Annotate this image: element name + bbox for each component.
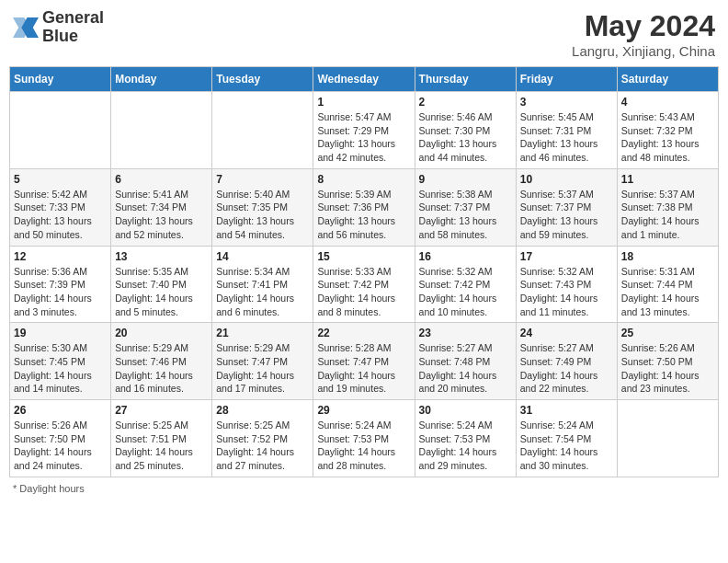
day-number: 4 bbox=[621, 96, 714, 109]
page-container: General Blue May 2024 Langru, Xinjiang, … bbox=[9, 9, 719, 494]
day-number: 24 bbox=[520, 327, 613, 339]
logo: General Blue bbox=[13, 9, 104, 46]
day-number: 31 bbox=[520, 404, 613, 417]
day-number: 23 bbox=[419, 327, 512, 339]
calendar-week-2: 5Sunrise: 5:42 AMSunset: 7:33 PMDaylight… bbox=[10, 168, 719, 246]
calendar-week-5: 26Sunrise: 5:26 AMSunset: 7:50 PMDayligh… bbox=[10, 400, 719, 477]
calendar-cell: 14Sunrise: 5:34 AMSunset: 7:41 PMDayligh… bbox=[212, 246, 313, 323]
logo-icon bbox=[13, 15, 39, 40]
calendar-cell: 13Sunrise: 5:35 AMSunset: 7:40 PMDayligh… bbox=[111, 246, 212, 323]
calendar-cell: 26Sunrise: 5:26 AMSunset: 7:50 PMDayligh… bbox=[10, 400, 111, 477]
day-info: Sunrise: 5:29 AMSunset: 7:46 PMDaylight:… bbox=[115, 341, 208, 396]
day-info: Sunrise: 5:24 AMSunset: 7:53 PMDaylight:… bbox=[317, 419, 410, 473]
calendar-cell: 21Sunrise: 5:29 AMSunset: 7:47 PMDayligh… bbox=[212, 323, 313, 400]
day-info: Sunrise: 5:27 AMSunset: 7:49 PMDaylight:… bbox=[520, 341, 613, 396]
day-number: 12 bbox=[14, 250, 107, 263]
calendar-week-3: 12Sunrise: 5:36 AMSunset: 7:39 PMDayligh… bbox=[10, 246, 719, 323]
day-info: Sunrise: 5:43 AMSunset: 7:32 PMDaylight:… bbox=[621, 110, 714, 165]
day-number: 7 bbox=[216, 173, 309, 186]
day-number: 21 bbox=[216, 327, 309, 339]
footer-note-text: Daylight hours bbox=[19, 483, 84, 494]
day-info: Sunrise: 5:46 AMSunset: 7:30 PMDaylight:… bbox=[419, 110, 512, 165]
day-info: Sunrise: 5:45 AMSunset: 7:31 PMDaylight:… bbox=[520, 110, 613, 165]
calendar-cell bbox=[212, 92, 313, 169]
day-info: Sunrise: 5:39 AMSunset: 7:36 PMDaylight:… bbox=[317, 188, 410, 242]
day-number: 27 bbox=[115, 404, 208, 417]
day-info: Sunrise: 5:32 AMSunset: 7:42 PMDaylight:… bbox=[419, 265, 512, 319]
day-info: Sunrise: 5:36 AMSunset: 7:39 PMDaylight:… bbox=[14, 265, 107, 319]
calendar-cell: 6Sunrise: 5:41 AMSunset: 7:34 PMDaylight… bbox=[111, 168, 212, 246]
calendar-cell bbox=[617, 400, 718, 477]
logo-line1: General bbox=[42, 9, 104, 28]
calendar-cell: 4Sunrise: 5:43 AMSunset: 7:32 PMDaylight… bbox=[617, 92, 718, 169]
calendar-cell: 22Sunrise: 5:28 AMSunset: 7:47 PMDayligh… bbox=[313, 323, 415, 400]
calendar-cell bbox=[111, 92, 212, 169]
title-area: May 2024 Langru, Xinjiang, China bbox=[572, 9, 715, 59]
calendar-cell: 5Sunrise: 5:42 AMSunset: 7:33 PMDaylight… bbox=[10, 168, 111, 246]
day-info: Sunrise: 5:25 AMSunset: 7:51 PMDaylight:… bbox=[115, 419, 208, 473]
calendar-cell: 17Sunrise: 5:32 AMSunset: 7:43 PMDayligh… bbox=[516, 246, 617, 323]
calendar-cell: 11Sunrise: 5:37 AMSunset: 7:38 PMDayligh… bbox=[617, 168, 718, 246]
day-info: Sunrise: 5:30 AMSunset: 7:45 PMDaylight:… bbox=[14, 341, 107, 396]
day-number: 26 bbox=[14, 404, 107, 417]
day-info: Sunrise: 5:32 AMSunset: 7:43 PMDaylight:… bbox=[520, 265, 613, 319]
day-info: Sunrise: 5:34 AMSunset: 7:41 PMDaylight:… bbox=[216, 265, 309, 319]
calendar-cell: 7Sunrise: 5:40 AMSunset: 7:35 PMDaylight… bbox=[212, 168, 313, 246]
calendar-cell: 31Sunrise: 5:24 AMSunset: 7:54 PMDayligh… bbox=[516, 400, 617, 477]
day-info: Sunrise: 5:35 AMSunset: 7:40 PMDaylight:… bbox=[115, 265, 208, 319]
calendar-cell bbox=[10, 92, 111, 169]
calendar-cell: 8Sunrise: 5:39 AMSunset: 7:36 PMDaylight… bbox=[313, 168, 415, 246]
day-number: 28 bbox=[216, 404, 309, 417]
day-info: Sunrise: 5:33 AMSunset: 7:42 PMDaylight:… bbox=[317, 265, 410, 319]
calendar-cell: 15Sunrise: 5:33 AMSunset: 7:42 PMDayligh… bbox=[313, 246, 415, 323]
subtitle: Langru, Xinjiang, China bbox=[572, 43, 715, 59]
day-number: 14 bbox=[216, 250, 309, 263]
day-number: 1 bbox=[317, 96, 410, 109]
day-number: 30 bbox=[419, 404, 512, 417]
day-info: Sunrise: 5:41 AMSunset: 7:34 PMDaylight:… bbox=[115, 188, 208, 242]
day-number: 9 bbox=[419, 173, 512, 186]
calendar-header-friday: Friday bbox=[516, 67, 617, 92]
calendar-week-4: 19Sunrise: 5:30 AMSunset: 7:45 PMDayligh… bbox=[10, 323, 719, 400]
day-info: Sunrise: 5:40 AMSunset: 7:35 PMDaylight:… bbox=[216, 188, 309, 242]
calendar-header-wednesday: Wednesday bbox=[313, 67, 415, 92]
day-info: Sunrise: 5:27 AMSunset: 7:48 PMDaylight:… bbox=[419, 341, 512, 396]
calendar-cell: 24Sunrise: 5:27 AMSunset: 7:49 PMDayligh… bbox=[516, 323, 617, 400]
day-number: 29 bbox=[317, 404, 410, 417]
day-info: Sunrise: 5:26 AMSunset: 7:50 PMDaylight:… bbox=[14, 419, 107, 473]
calendar-cell: 20Sunrise: 5:29 AMSunset: 7:46 PMDayligh… bbox=[111, 323, 212, 400]
day-number: 18 bbox=[621, 250, 714, 263]
day-info: Sunrise: 5:28 AMSunset: 7:47 PMDaylight:… bbox=[317, 341, 410, 396]
day-number: 17 bbox=[520, 250, 613, 263]
day-info: Sunrise: 5:29 AMSunset: 7:47 PMDaylight:… bbox=[216, 341, 309, 396]
day-number: 3 bbox=[520, 96, 613, 109]
day-info: Sunrise: 5:38 AMSunset: 7:37 PMDaylight:… bbox=[419, 188, 512, 242]
day-number: 20 bbox=[115, 327, 208, 339]
calendar-cell: 9Sunrise: 5:38 AMSunset: 7:37 PMDaylight… bbox=[415, 168, 516, 246]
main-title: May 2024 bbox=[572, 9, 715, 43]
day-number: 10 bbox=[520, 173, 613, 186]
day-info: Sunrise: 5:42 AMSunset: 7:33 PMDaylight:… bbox=[14, 188, 107, 242]
calendar-header-sunday: Sunday bbox=[10, 67, 111, 92]
day-info: Sunrise: 5:37 AMSunset: 7:38 PMDaylight:… bbox=[621, 188, 714, 242]
day-info: Sunrise: 5:26 AMSunset: 7:50 PMDaylight:… bbox=[621, 341, 714, 396]
calendar-cell: 19Sunrise: 5:30 AMSunset: 7:45 PMDayligh… bbox=[10, 323, 111, 400]
calendar-header-saturday: Saturday bbox=[617, 67, 718, 92]
calendar-header-thursday: Thursday bbox=[415, 67, 516, 92]
day-number: 6 bbox=[115, 173, 208, 186]
logo-line2: Blue bbox=[42, 28, 104, 46]
calendar: SundayMondayTuesdayWednesdayThursdayFrid… bbox=[9, 66, 719, 477]
day-info: Sunrise: 5:24 AMSunset: 7:53 PMDaylight:… bbox=[419, 419, 512, 473]
calendar-cell: 16Sunrise: 5:32 AMSunset: 7:42 PMDayligh… bbox=[415, 246, 516, 323]
calendar-cell: 30Sunrise: 5:24 AMSunset: 7:53 PMDayligh… bbox=[415, 400, 516, 477]
day-info: Sunrise: 5:47 AMSunset: 7:29 PMDaylight:… bbox=[317, 110, 410, 165]
calendar-cell: 1Sunrise: 5:47 AMSunset: 7:29 PMDaylight… bbox=[313, 92, 415, 169]
day-number: 8 bbox=[317, 173, 410, 186]
day-number: 22 bbox=[317, 327, 410, 339]
calendar-cell: 3Sunrise: 5:45 AMSunset: 7:31 PMDaylight… bbox=[516, 92, 617, 169]
calendar-cell: 28Sunrise: 5:25 AMSunset: 7:52 PMDayligh… bbox=[212, 400, 313, 477]
calendar-cell: 25Sunrise: 5:26 AMSunset: 7:50 PMDayligh… bbox=[617, 323, 718, 400]
day-number: 13 bbox=[115, 250, 208, 263]
day-info: Sunrise: 5:37 AMSunset: 7:37 PMDaylight:… bbox=[520, 188, 613, 242]
calendar-header-row: SundayMondayTuesdayWednesdayThursdayFrid… bbox=[10, 67, 719, 92]
